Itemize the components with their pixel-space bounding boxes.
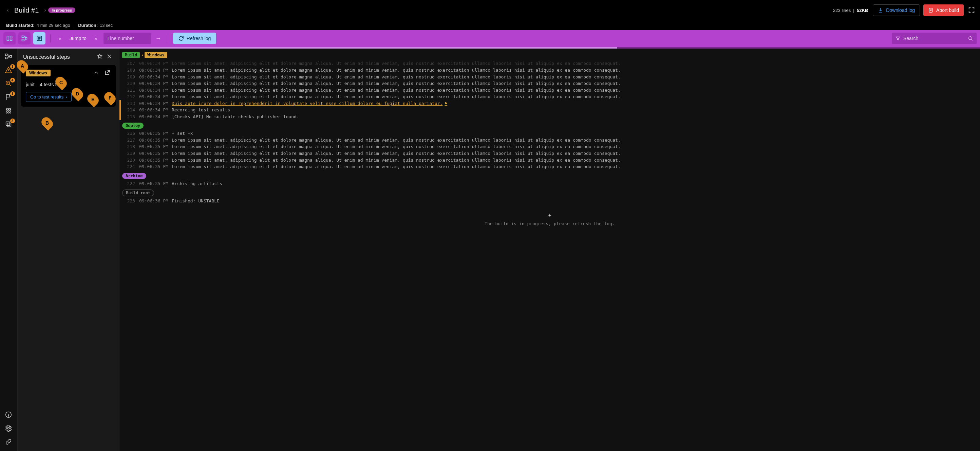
view-tree-button[interactable] — [18, 32, 30, 45]
timestamp: 09:06:35 PM — [139, 181, 172, 187]
log-footer: ✦ The build is in progress, please refre… — [119, 204, 980, 229]
timestamp: 09:06:35 PM — [139, 157, 172, 163]
svg-rect-4 — [22, 36, 24, 38]
svg-point-19 — [6, 112, 7, 113]
warning-badge: 1 — [10, 64, 15, 69]
view-flow-button[interactable] — [3, 32, 16, 45]
stage-root[interactable]: Build root — [122, 190, 154, 196]
crumb-stage[interactable]: Build — [122, 52, 140, 58]
timestamp: 09:06:34 PM — [139, 74, 172, 80]
refresh-log-button[interactable]: Refresh log — [173, 33, 216, 44]
log-line[interactable]: 22309:06:36 PMFinished: UNSTABLE — [119, 198, 980, 204]
info-icon[interactable] — [5, 411, 13, 419]
stage-deploy[interactable]: Deploy — [122, 123, 143, 129]
log-line[interactable]: 21709:06:35 PMLorem ipsum sit amet, adip… — [119, 137, 980, 143]
flag-icon[interactable]: ⚑ — [444, 101, 447, 106]
forward-chevron-icon[interactable]: › — [42, 7, 48, 13]
line-number: 207 — [119, 61, 139, 67]
close-icon[interactable] — [106, 53, 114, 61]
log-line[interactable]: 21309:06:34 PMDuis aute irure dolor in r… — [119, 100, 980, 107]
search-input[interactable] — [903, 36, 965, 41]
line-number: 219 — [119, 150, 139, 156]
log-line[interactable]: 21209:06:34 PMLorem ipsum sit amet, adip… — [119, 93, 980, 100]
svg-rect-23 — [6, 122, 10, 126]
timestamp: 09:06:34 PM — [139, 107, 172, 113]
line-number-input[interactable] — [103, 33, 151, 44]
star-icon[interactable] — [97, 53, 104, 61]
unsuccessful-step-card: Windows junit – 4 tests failed Go to tes… — [21, 65, 116, 107]
icon-rail: 1 4 1 3 — [0, 49, 18, 451]
duration-label: Duration: — [78, 23, 98, 28]
log-message: Lorem ipsum sit amet, adipiscing elit et… — [172, 67, 976, 73]
svg-point-13 — [6, 108, 7, 110]
go-to-test-results-button[interactable]: Go to test results › — [26, 92, 72, 102]
back-chevron-icon[interactable]: ‹ — [5, 7, 11, 13]
go-arrow-icon[interactable]: → — [154, 35, 163, 42]
log-line[interactable]: 21009:06:34 PMLorem ipsum sit amet, adip… — [119, 80, 980, 87]
log-message: Lorem ipsum sit amet, adipiscing elit et… — [172, 87, 976, 93]
svg-rect-10 — [5, 57, 7, 59]
toolbar: « Jump to » → Refresh log — [0, 30, 980, 47]
svg-point-18 — [10, 110, 11, 112]
footer-text: The build is in progress, please refresh… — [119, 221, 980, 226]
abort-build-button[interactable]: Abort build — [923, 5, 964, 16]
warning-icon[interactable]: 1 — [5, 66, 13, 74]
timestamp: 09:06:34 PM — [139, 87, 172, 93]
svg-rect-3 — [10, 39, 12, 41]
tree-icon[interactable] — [5, 53, 13, 61]
log-message: Lorem ipsum sit amet, adipiscing elit et… — [172, 164, 976, 170]
log-message: Lorem ipsum sit amet, adipiscing elit et… — [172, 143, 976, 150]
log-size: 52KB — [857, 8, 868, 13]
download-log-button[interactable]: Download log — [873, 5, 920, 16]
timestamp: 09:06:35 PM — [139, 150, 172, 156]
header-bar: ‹ Build #1 › In progress 223 lines | 52K… — [0, 0, 980, 21]
log-line[interactable]: 21809:06:35 PMLorem ipsum sit amet, adip… — [119, 143, 980, 150]
log-line[interactable]: 21909:06:35 PMLorem ipsum sit amet, adip… — [119, 150, 980, 157]
chevron-up-icon[interactable] — [93, 69, 100, 76]
timestamp: 09:06:34 PM — [139, 94, 172, 100]
svg-rect-5 — [22, 40, 24, 41]
log-message: Lorem ipsum sit amet, adipiscing elit et… — [172, 137, 976, 143]
log-line[interactable]: 21609:06:35 PM+ set +x — [119, 130, 980, 137]
started-label: Build started: — [6, 23, 35, 28]
log-message: Lorem ipsum sit amet, adipiscing elit et… — [172, 80, 976, 87]
flag-icon[interactable]: 1 — [5, 93, 13, 102]
line-number: 212 — [119, 94, 139, 100]
stage-archive[interactable]: Archive — [122, 173, 146, 179]
log-message: Lorem ipsum sit amet, adipiscing elit et… — [172, 157, 976, 163]
log-line[interactable]: 20909:06:34 PMLorem ipsum sit amet, adip… — [119, 74, 980, 80]
log-line[interactable]: 21509:06:34 PM[Checks API] No suitable c… — [119, 113, 980, 120]
log-area[interactable]: Build Windows 20709:06:34 PMLorem ipsum … — [119, 49, 980, 451]
jump-next-icon[interactable]: » — [91, 36, 101, 41]
log-line[interactable]: 21109:06:34 PMLorem ipsum sit amet, adip… — [119, 87, 980, 94]
link-icon[interactable] — [5, 438, 13, 446]
log-message: Lorem ipsum sit amet, adipiscing elit et… — [172, 94, 976, 100]
line-number: 211 — [119, 87, 139, 93]
search-box[interactable] — [892, 33, 977, 44]
log-line[interactable]: 20809:06:34 PMLorem ipsum sit amet, adip… — [119, 67, 980, 74]
line-number: 216 — [119, 131, 139, 137]
copies-badge: 3 — [10, 118, 15, 123]
apps-icon[interactable] — [5, 107, 13, 115]
log-line[interactable]: 21409:06:34 PMRecording test results — [119, 107, 980, 113]
svg-point-16 — [6, 110, 7, 112]
log-line[interactable]: 22009:06:35 PMLorem ipsum sit amet, adip… — [119, 157, 980, 164]
view-log-button[interactable] — [33, 32, 46, 45]
crumb-sub[interactable]: Windows — [145, 52, 167, 58]
log-line[interactable]: 20709:06:34 PMLorem ipsum sit amet, adip… — [119, 60, 980, 67]
magnify-icon[interactable]: 4 — [5, 80, 13, 88]
svg-rect-1 — [7, 36, 9, 40]
fullscreen-icon[interactable] — [968, 6, 975, 14]
line-number: 213 — [119, 100, 139, 107]
popout-icon[interactable] — [103, 69, 111, 76]
gear-icon[interactable] — [5, 424, 13, 433]
magnify-badge: 4 — [10, 78, 15, 83]
line-number: 222 — [119, 181, 139, 187]
timestamp: 09:06:35 PM — [139, 131, 172, 137]
svg-rect-2 — [10, 36, 12, 38]
copies-icon[interactable]: 3 — [5, 121, 13, 129]
jump-prev-icon[interactable]: « — [55, 36, 65, 41]
log-line[interactable]: 22109:06:35 PMLorem ipsum sit amet, adip… — [119, 163, 980, 170]
log-line[interactable]: 22209:06:35 PMArchiving artifacts — [119, 180, 980, 187]
line-number: 220 — [119, 157, 139, 163]
